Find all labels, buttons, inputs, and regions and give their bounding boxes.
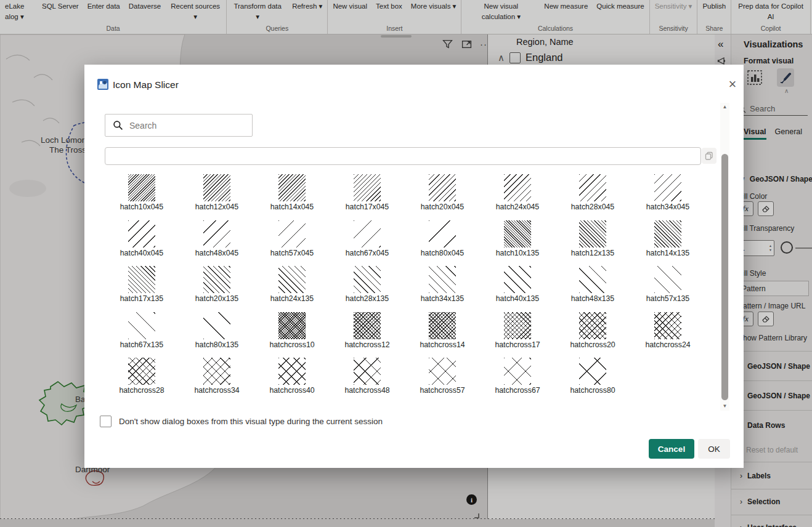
pattern-item[interactable]: hatch14x135 [630, 220, 705, 267]
pattern-item[interactable]: hatch80x135 [179, 312, 254, 358]
copy-icon[interactable] [702, 148, 717, 164]
pattern-item[interactable]: hatch34x135 [405, 266, 480, 312]
pattern-swatch[interactable] [504, 312, 531, 339]
pattern-swatch[interactable] [429, 358, 456, 385]
pattern-item[interactable]: hatchcross12 [330, 312, 405, 358]
pattern-label: hatch14x135 [646, 249, 689, 257]
pattern-item[interactable]: hatch40x045 [104, 220, 179, 267]
pattern-item[interactable]: hatch17x135 [104, 266, 179, 312]
pattern-swatch[interactable] [278, 266, 306, 293]
pattern-swatch[interactable] [354, 220, 381, 247]
pattern-item[interactable]: hatchcross67 [480, 358, 555, 404]
pattern-label: hatch34x135 [421, 294, 464, 303]
pattern-item[interactable]: hatch14x045 [254, 174, 330, 220]
pattern-swatch[interactable] [579, 266, 606, 293]
pattern-search-input[interactable]: Search [105, 114, 253, 137]
cancel-button[interactable]: Cancel [649, 439, 694, 459]
pattern-label: hatch67x045 [346, 249, 389, 257]
pattern-item[interactable]: hatch20x135 [179, 266, 254, 312]
search-icon [113, 120, 123, 131]
pattern-item[interactable]: hatchcross80 [555, 358, 630, 404]
pattern-swatch[interactable] [429, 174, 456, 201]
pattern-item[interactable]: hatch34x045 [630, 174, 705, 220]
pattern-item[interactable]: hatch10x045 [104, 174, 179, 220]
pattern-swatch[interactable] [654, 174, 681, 201]
pattern-swatch[interactable] [128, 312, 155, 339]
pattern-item[interactable]: hatchcross20 [555, 312, 630, 358]
pattern-label: hatchcross34 [194, 386, 239, 395]
pattern-item[interactable]: hatch67x135 [104, 312, 179, 358]
pattern-swatch[interactable] [278, 220, 306, 247]
pattern-item[interactable]: hatchcross14 [405, 312, 480, 358]
pattern-swatch[interactable] [203, 174, 230, 201]
pattern-item[interactable]: hatch12x045 [179, 174, 254, 220]
pattern-swatch[interactable] [504, 266, 531, 293]
pattern-item[interactable]: hatchcross40 [254, 358, 330, 404]
scroll-up-icon[interactable]: ▲ [720, 103, 729, 111]
pattern-url-input[interactable] [105, 147, 701, 165]
pattern-swatch[interactable] [128, 220, 155, 247]
pattern-swatch[interactable] [278, 358, 306, 385]
pattern-swatch[interactable] [354, 266, 381, 293]
pattern-swatch[interactable] [429, 312, 456, 339]
pattern-item[interactable]: hatch17x045 [330, 174, 405, 220]
pattern-swatch[interactable] [504, 174, 531, 201]
pattern-item[interactable]: hatch10x135 [480, 220, 555, 267]
pattern-item[interactable]: hatch80x045 [405, 220, 480, 267]
pattern-swatch[interactable] [128, 358, 155, 385]
pattern-label: hatch34x045 [646, 203, 689, 211]
pattern-label: hatchcross67 [495, 386, 540, 395]
pattern-item[interactable]: hatch48x045 [179, 220, 254, 267]
pattern-swatch[interactable] [579, 220, 606, 247]
pattern-swatch[interactable] [429, 266, 456, 293]
dont-show-checkbox[interactable] [100, 416, 112, 427]
pattern-swatch[interactable] [203, 220, 230, 247]
pattern-item[interactable]: hatch57x135 [630, 266, 705, 312]
pattern-item[interactable]: hatchcross10 [254, 312, 330, 358]
pattern-swatch[interactable] [203, 266, 230, 293]
pattern-item[interactable]: hatch12x135 [555, 220, 630, 267]
ok-button[interactable]: OK [698, 439, 730, 459]
scroll-down-icon[interactable]: ▼ [720, 402, 729, 411]
pattern-swatch[interactable] [579, 358, 606, 385]
pattern-swatch[interactable] [504, 220, 531, 247]
pattern-item[interactable]: hatchcross57 [405, 358, 480, 404]
pattern-swatch[interactable] [203, 358, 230, 385]
pattern-label: hatch17x135 [120, 294, 163, 303]
pattern-item[interactable]: hatchcross17 [480, 312, 555, 358]
pattern-item[interactable]: hatch40x135 [480, 266, 555, 312]
pattern-item[interactable]: hatchcross48 [330, 358, 405, 404]
pattern-swatch[interactable] [128, 266, 155, 293]
pattern-swatch[interactable] [654, 312, 681, 339]
pattern-item[interactable]: hatch67x045 [330, 220, 405, 267]
pattern-item[interactable]: hatch48x135 [555, 266, 630, 312]
pattern-item[interactable]: hatch24x135 [254, 266, 330, 312]
pattern-item[interactable]: hatchcross28 [104, 358, 179, 404]
scrollbar-thumb[interactable] [721, 154, 728, 400]
pattern-swatch[interactable] [278, 174, 306, 201]
pattern-swatch[interactable] [128, 174, 155, 201]
pattern-swatch[interactable] [579, 312, 606, 339]
pattern-swatch[interactable] [354, 358, 381, 385]
pattern-label: hatch80x045 [421, 249, 464, 257]
close-icon[interactable]: × [724, 76, 741, 93]
pattern-swatch[interactable] [203, 312, 230, 339]
pattern-swatch[interactable] [278, 312, 306, 339]
pattern-swatch[interactable] [354, 174, 381, 201]
pattern-swatch[interactable] [654, 220, 681, 247]
pattern-swatch[interactable] [354, 312, 381, 339]
dialog-scrollbar[interactable]: ▲ ▼ [720, 103, 729, 411]
pattern-label: hatch10x045 [120, 203, 163, 211]
pattern-item[interactable]: hatch20x045 [405, 174, 480, 220]
pattern-item[interactable]: hatchcross34 [179, 358, 254, 404]
pattern-item[interactable]: hatch24x045 [480, 174, 555, 220]
pattern-swatch[interactable] [579, 174, 606, 201]
pattern-label: hatch48x135 [571, 294, 614, 303]
pattern-swatch[interactable] [654, 266, 681, 293]
pattern-item[interactable]: hatch57x045 [254, 220, 330, 267]
pattern-item[interactable]: hatch28x045 [555, 174, 630, 220]
pattern-item[interactable]: hatch28x135 [330, 266, 405, 312]
pattern-item[interactable]: hatchcross24 [630, 312, 705, 358]
pattern-swatch[interactable] [504, 358, 531, 385]
pattern-swatch[interactable] [429, 220, 456, 247]
